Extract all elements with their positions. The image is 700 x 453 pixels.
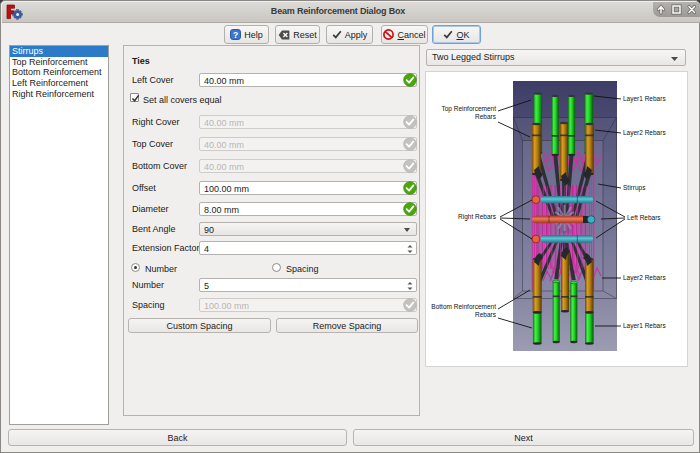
svg-text:?: ? <box>233 30 238 40</box>
